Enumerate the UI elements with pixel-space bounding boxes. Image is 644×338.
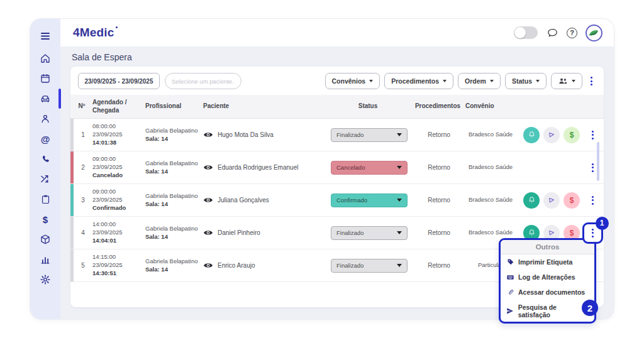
patient-cell: Eduarda Rodrigues Emanuel (203, 164, 326, 171)
phone-icon[interactable] (40, 153, 51, 165)
help-icon[interactable] (567, 28, 577, 38)
row-more-options-icon[interactable] (588, 161, 597, 175)
chevron-down-icon (397, 264, 402, 267)
ordem-label: Ordem (465, 77, 486, 85)
patient-cell: Enrico Araujo (203, 262, 326, 269)
calendar-icon[interactable] (40, 73, 51, 84)
toggle-knob (514, 27, 526, 38)
procedure-cell: Retorno (413, 229, 465, 236)
chevron-down-icon (397, 199, 402, 202)
scrollbar-thumb[interactable] (597, 142, 599, 181)
status-select[interactable]: Confirmado (331, 194, 408, 207)
view-patient-icon[interactable] (203, 262, 213, 269)
patient-icon[interactable] (40, 113, 51, 124)
menu-item-label: Acessar documentos (518, 288, 585, 296)
chevron-down-icon (443, 80, 447, 82)
user-avatar[interactable] (586, 25, 602, 41)
annotation-highlight-box: 1 (582, 222, 603, 244)
filter-bar: Convênios Procedimentos Ordem Status (70, 67, 604, 95)
menu-icon[interactable] (40, 30, 51, 41)
patient-name: Juliana Gonçalves (218, 197, 269, 204)
reports-icon[interactable] (40, 254, 51, 265)
col-professional: Profissional (145, 102, 203, 111)
procedure-cell: Retorno (413, 197, 465, 204)
call-patient-bell-icon[interactable] (523, 192, 540, 209)
status-dropdown[interactable]: Status (505, 73, 547, 89)
procedure-cell: Retorno (413, 131, 465, 138)
date-range-input[interactable] (78, 73, 160, 89)
topbar: 4Medic (60, 19, 614, 46)
scheduled-cell: 09:00:0023/09/2025Cancelado (92, 155, 145, 179)
mentions-icon[interactable]: @ (40, 133, 51, 144)
row-more-options-icon[interactable] (588, 226, 597, 240)
table-row: 1 08:00:0023/09/202514:01:38 Gabriela Be… (70, 119, 604, 151)
row-more-options-icon[interactable] (588, 128, 597, 142)
clipboard-icon[interactable] (40, 194, 51, 205)
table-row: 2 09:00:0023/09/2025Cancelado Gabriela B… (70, 151, 604, 184)
patient-name: Hugo Mota Da Silva (218, 131, 274, 138)
log-icon (506, 273, 514, 281)
menu-item-label: Pesquisa de satisfação (518, 303, 589, 319)
status-select[interactable]: Finalizado (331, 226, 408, 240)
filter-more-options-icon[interactable] (587, 74, 596, 88)
row-number: 2 (74, 164, 92, 171)
patient-cell: Juliana Gonçalves (203, 197, 326, 204)
billing-icon[interactable]: $ (40, 214, 51, 225)
professional-cell: Gabriela BelapatinoSala: 14 (145, 258, 203, 274)
menu-item-pesquisa-de-satisfacao[interactable]: Pesquisa de satisfação (501, 300, 594, 322)
professional-cell: Gabriela BelapatinoSala: 14 (145, 225, 203, 241)
menu-item-acessar-documentos[interactable]: Acessar documentos (501, 285, 594, 300)
professional-cell: Gabriela BelapatinoSala: 14 (145, 127, 203, 143)
insurance-cell: Bradesco Saúde (465, 131, 516, 138)
call-patient-bell-icon[interactable] (523, 127, 540, 143)
dark-mode-toggle[interactable] (514, 26, 538, 39)
procedure-cell: Retorno (413, 164, 465, 171)
waiting-room-icon[interactable] (40, 93, 51, 104)
page-title: Sala de Espera (60, 46, 614, 67)
chevron-down-icon (397, 133, 402, 136)
chat-icon[interactable] (546, 26, 558, 39)
sidebar: @ $ (30, 19, 60, 319)
menu-item-imprimir-etiqueta[interactable]: Imprimir Etiqueta (501, 254, 594, 270)
screen: @ $ 4Medic (0, 0, 644, 338)
forward-patient-icon[interactable] (543, 192, 560, 209)
paper-plane-icon (506, 307, 514, 315)
procedure-cell: Retorno (413, 262, 465, 269)
annotation-step-2: 2 (582, 300, 598, 316)
convenios-label: Convênios (332, 77, 366, 85)
table-row: 3 09:00:0023/09/2025Confirmado Gabriela … (70, 184, 604, 217)
payment-icon[interactable] (564, 192, 580, 209)
row-number: 3 (74, 197, 92, 204)
row-number: 5 (74, 262, 92, 269)
tag-icon (506, 258, 514, 266)
menu-item-log-de-alteracoes[interactable]: Log de Alterações (501, 270, 594, 285)
convenios-dropdown[interactable]: Convênios (325, 73, 380, 89)
inventory-icon[interactable] (40, 234, 51, 245)
settings-icon[interactable] (40, 274, 51, 285)
col-num: Nº (74, 102, 92, 111)
insurance-cell: Bradesco Saúde (465, 163, 516, 171)
view-patient-icon[interactable] (203, 164, 213, 171)
status-select[interactable]: Finalizado (331, 128, 408, 142)
chevron-down-icon (536, 80, 540, 82)
procedimentos-dropdown[interactable]: Procedimentos (384, 73, 453, 89)
view-patient-icon[interactable] (203, 131, 213, 138)
scheduled-cell: 14:15:0023/09/202514:30:51 (92, 253, 145, 277)
view-patient-icon[interactable] (203, 229, 213, 236)
ordem-dropdown[interactable]: Ordem (458, 73, 501, 89)
scheduled-cell: 08:00:0023/09/202514:01:38 (92, 123, 145, 146)
forward-patient-icon[interactable] (543, 127, 560, 143)
view-patient-icon[interactable] (203, 197, 213, 204)
status-select[interactable]: Finalizado (331, 259, 408, 273)
row-more-options-icon[interactable] (588, 194, 597, 207)
payment-icon[interactable] (564, 127, 580, 143)
menu-item-label: Log de Alterações (518, 273, 575, 281)
transfers-icon[interactable] (40, 173, 51, 185)
home-icon[interactable] (40, 53, 51, 64)
patient-search-input[interactable] (165, 73, 242, 89)
professionals-dropdown[interactable] (551, 73, 582, 89)
patient-cell: Hugo Mota Da Silva (203, 131, 326, 138)
status-select[interactable]: Cancelado (331, 161, 408, 175)
annotation-step-1: 1 (596, 217, 609, 230)
col-status: Status (326, 102, 413, 111)
